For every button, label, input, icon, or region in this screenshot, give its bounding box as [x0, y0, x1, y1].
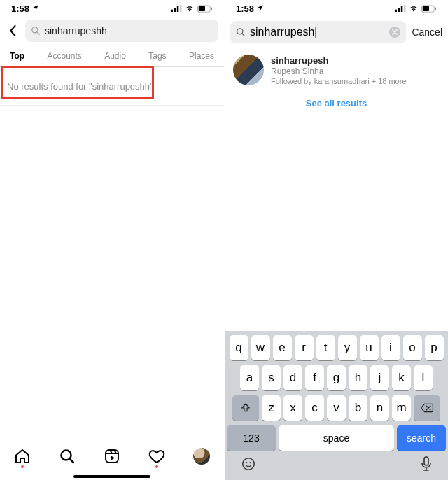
emoji-button[interactable]: [241, 456, 256, 475]
key-s[interactable]: s: [262, 365, 281, 390]
nav-reels[interactable]: [103, 447, 121, 465]
svg-point-23: [250, 462, 251, 463]
search-tabs: Top Accounts Audio Tags Places: [0, 45, 224, 67]
svg-point-22: [246, 462, 247, 463]
key-l[interactable]: l: [414, 365, 433, 390]
key-c[interactable]: c: [305, 395, 324, 421]
svg-rect-15: [404, 5, 406, 12]
key-u[interactable]: u: [360, 335, 379, 360]
key-v[interactable]: v: [327, 395, 346, 421]
key-z[interactable]: z: [262, 395, 281, 421]
result-display-name: Rupesh Sinha: [271, 66, 407, 76]
nav-profile[interactable]: [192, 447, 211, 465]
search-icon: [236, 27, 246, 37]
key-g[interactable]: g: [327, 365, 346, 390]
home-indicator[interactable]: [74, 475, 150, 478]
nav-search[interactable]: [58, 447, 76, 465]
svg-line-20: [242, 34, 245, 36]
status-bar: 1:58: [225, 0, 448, 17]
key-space[interactable]: space: [279, 425, 394, 451]
svg-rect-2: [177, 6, 179, 12]
keyboard-row-3: z x c v b n m: [227, 395, 446, 421]
svg-rect-11: [106, 450, 118, 463]
key-h[interactable]: h: [349, 365, 368, 390]
tab-top[interactable]: Top: [10, 51, 24, 67]
search-query-text: sinharrupeshh: [45, 25, 213, 36]
nav-home[interactable]: [13, 447, 31, 465]
tab-places[interactable]: Places: [189, 51, 214, 66]
search-query-text: sinharrupesh: [250, 26, 315, 38]
keyboard-row-1: q w e r t y u i o p: [227, 335, 446, 360]
key-y[interactable]: y: [338, 335, 357, 360]
svg-line-8: [37, 32, 40, 35]
key-x[interactable]: x: [284, 395, 302, 421]
nav-activity-dot: [155, 465, 158, 468]
status-time: 1:58: [11, 3, 29, 14]
bottom-nav: [0, 437, 224, 474]
key-m[interactable]: m: [392, 395, 411, 421]
svg-rect-18: [435, 7, 436, 10]
key-j[interactable]: j: [370, 365, 389, 390]
status-time: 1:58: [236, 3, 254, 14]
key-i[interactable]: i: [382, 335, 400, 360]
key-f[interactable]: f: [305, 365, 324, 390]
battery-icon: [421, 5, 437, 13]
key-shift[interactable]: [232, 395, 259, 421]
svg-rect-5: [199, 6, 205, 11]
key-r[interactable]: r: [295, 335, 314, 360]
svg-rect-14: [401, 6, 403, 12]
nav-activity[interactable]: [148, 447, 166, 465]
search-result-row[interactable]: sinharrupesh Rupesh Sinha Followed by ka…: [225, 48, 448, 92]
keyboard-row-4: 123 space search: [227, 425, 446, 451]
svg-rect-17: [423, 6, 429, 11]
svg-rect-13: [398, 8, 400, 12]
cellular-icon: [171, 5, 182, 12]
location-icon: [32, 4, 39, 13]
key-e[interactable]: e: [273, 335, 292, 360]
key-a[interactable]: a: [240, 365, 259, 390]
tab-accounts[interactable]: Accounts: [47, 51, 81, 66]
battery-icon: [197, 5, 213, 13]
svg-rect-24: [424, 457, 428, 465]
svg-rect-0: [172, 10, 174, 12]
key-t[interactable]: t: [316, 335, 335, 360]
highlight-box: [1, 66, 154, 99]
left-phone: 1:58: [0, 0, 224, 480]
key-backspace[interactable]: [414, 395, 440, 421]
key-search[interactable]: search: [397, 425, 446, 451]
tab-tags[interactable]: Tags: [148, 51, 166, 66]
wifi-icon: [185, 5, 195, 12]
svg-rect-3: [180, 5, 182, 12]
svg-rect-12: [396, 10, 398, 12]
search-input[interactable]: sinharrupeshh: [25, 20, 218, 42]
see-all-results[interactable]: See all results: [225, 92, 448, 118]
search-icon: [31, 26, 41, 36]
dictation-button[interactable]: [421, 456, 432, 475]
profile-avatar-icon: [193, 448, 210, 465]
search-input[interactable]: sinharrupesh: [230, 21, 406, 43]
key-k[interactable]: k: [392, 365, 411, 390]
result-avatar: [233, 55, 264, 85]
key-q[interactable]: q: [230, 335, 248, 360]
result-username: sinharrupesh: [271, 55, 407, 66]
clear-search-button[interactable]: [389, 27, 400, 38]
key-b[interactable]: b: [349, 395, 368, 421]
status-bar: 1:58: [0, 0, 224, 17]
key-w[interactable]: w: [251, 335, 270, 360]
tab-audio[interactable]: Audio: [104, 51, 126, 66]
key-d[interactable]: d: [284, 365, 302, 390]
location-icon: [257, 4, 264, 13]
cancel-button[interactable]: Cancel: [410, 27, 444, 38]
key-numbers[interactable]: 123: [227, 425, 276, 451]
cellular-icon: [395, 5, 406, 12]
text-cursor: [315, 27, 316, 38]
svg-rect-1: [174, 8, 176, 12]
key-n[interactable]: n: [370, 395, 389, 421]
keyboard: q w e r t y u i o p a s d f g h j k l: [225, 331, 448, 480]
keyboard-row-2: a s d f g h j k l: [227, 365, 446, 390]
svg-point-21: [243, 458, 255, 470]
key-p[interactable]: p: [425, 335, 444, 360]
key-o[interactable]: o: [403, 335, 422, 360]
back-button[interactable]: [3, 20, 22, 42]
right-phone: 1:58 sinharrupesh: [224, 0, 448, 480]
